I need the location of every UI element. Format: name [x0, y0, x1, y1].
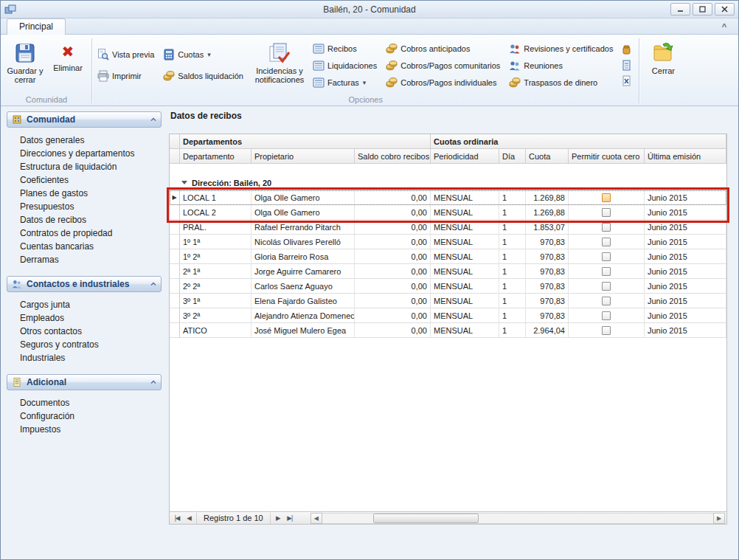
cell-permitir-cuota-cero: [569, 308, 645, 323]
cuotas-button[interactable]: Cuotas ▾: [160, 47, 246, 62]
misc-tool-button-2[interactable]: [619, 59, 634, 72]
column-header[interactable]: Día: [499, 149, 526, 164]
ribbon-group-cerrar: Cerrar: [642, 36, 684, 106]
permitir-cuota-cero-checkbox[interactable]: [602, 311, 611, 320]
sidebar-item[interactable]: Industriales: [7, 351, 162, 364]
column-header[interactable]: Cuota: [526, 149, 569, 164]
sidebar-item[interactable]: Contratos de propiedad: [7, 227, 162, 240]
cell-departamento: 3º 1ª: [180, 294, 251, 308]
permitir-cuota-cero-checkbox[interactable]: [602, 282, 611, 291]
table-row[interactable]: 2º 2ªCarlos Saenz Aguayo0,00MENSUAL1970,…: [170, 279, 726, 294]
sidebar-item[interactable]: Datos generales: [7, 134, 162, 147]
table-row[interactable]: PRAL.Rafael Ferrando Pitarch0,00MENSUAL1…: [170, 220, 726, 235]
table-row[interactable]: ATICOJosé Miguel Mulero Egea0,00MENSUAL1…: [170, 323, 726, 338]
window-title: Bailén, 20 - Comunidad: [1, 4, 738, 15]
band-cuotas-ordinaria[interactable]: Cuotas ordinaria: [431, 134, 726, 149]
cell-permitir-cuota-cero: [569, 279, 645, 294]
ribbon-separator: [91, 38, 92, 103]
table-row[interactable]: 3º 1ªElena Fajardo Galisteo0,00MENSUAL19…: [170, 294, 726, 308]
table-row[interactable]: 1º 1ªNicolás Olivares Perelló0,00MENSUAL…: [170, 235, 726, 249]
sidebar-item[interactable]: Impuestos: [7, 423, 162, 436]
cell-propietario: Olga Olle Gamero: [251, 190, 355, 205]
scrollbar-track[interactable]: [322, 513, 713, 524]
cobros-pagos-comunitarios-button[interactable]: Cobros/Pagos comunitarios: [383, 58, 503, 73]
reuniones-label: Reuniones: [524, 61, 563, 70]
cobros-pagos-individuales-button[interactable]: Cobros/Pagos individuales: [383, 75, 503, 90]
permitir-cuota-cero-checkbox[interactable]: [602, 267, 611, 276]
permitir-cuota-cero-checkbox[interactable]: [602, 326, 611, 335]
sidebar-item[interactable]: Planes de gastos: [7, 187, 162, 200]
nav-last-button[interactable]: ▶|: [284, 513, 296, 524]
table-row[interactable]: 1º 2ªGloria Barreiro Rosa0,00MENSUAL1970…: [170, 249, 726, 264]
sidebar-item[interactable]: Cuentas bancarias: [7, 240, 162, 253]
cell-saldo: 0,00: [355, 220, 431, 235]
liquidaciones-button[interactable]: Liquidaciones: [310, 58, 380, 73]
permitir-cuota-cero-checkbox[interactable]: [602, 193, 611, 202]
column-header[interactable]: Departamento: [180, 149, 251, 164]
sidebar-header-contactos[interactable]: Contactos e industriales: [7, 276, 162, 292]
close-folder-icon: [652, 42, 674, 64]
sidebar-item[interactable]: Empleados: [7, 311, 162, 325]
sidebar-item[interactable]: Derramas: [7, 253, 162, 266]
revisiones-button[interactable]: Revisiones y certificados: [506, 41, 616, 56]
facturas-button[interactable]: Facturas ▾: [310, 75, 380, 90]
recibos-button[interactable]: Recibos: [310, 41, 380, 56]
sidebar-header-comunidad[interactable]: Comunidad: [7, 111, 162, 128]
scrollbar-thumb[interactable]: [373, 514, 479, 523]
scroll-right-button[interactable]: ▶: [713, 513, 725, 524]
nav-first-button[interactable]: |◀: [171, 513, 183, 524]
table-row[interactable]: ▶LOCAL 1Olga Olle Gamero0,00MENSUAL11.26…: [170, 190, 726, 205]
group-expand-icon[interactable]: [181, 181, 187, 184]
vista-previa-button[interactable]: Vista previa: [94, 47, 157, 62]
sidebar-item[interactable]: Datos de recibos: [7, 213, 162, 227]
nav-next-button[interactable]: ▶: [272, 513, 284, 524]
traspasos-button[interactable]: Traspasos de dinero: [506, 75, 616, 90]
sidebar-item[interactable]: Coeficientes: [7, 173, 162, 187]
permitir-cuota-cero-checkbox[interactable]: [602, 252, 611, 261]
maximize-button[interactable]: [693, 3, 712, 15]
sidebar-item[interactable]: Direcciones y departamentos: [7, 147, 162, 160]
cobros-anticipados-button[interactable]: Cobros anticipados: [383, 41, 503, 56]
group-row[interactable]: Dirección: Bailén, 20: [170, 176, 726, 190]
horizontal-scrollbar[interactable]: ◀ ▶: [310, 513, 725, 524]
misc-tool-button-1[interactable]: [619, 44, 634, 57]
sidebar-item[interactable]: Presupuestos: [7, 200, 162, 213]
band-departamentos[interactable]: Departamentos: [180, 134, 431, 149]
cell-periodicidad: MENSUAL: [431, 190, 499, 205]
cerrar-button[interactable]: Cerrar: [642, 39, 684, 92]
eliminar-button[interactable]: ✖ Eliminar: [46, 39, 89, 92]
permitir-cuota-cero-checkbox[interactable]: [602, 238, 611, 246]
incidencias-button[interactable]: Incidencias y notificaciones: [249, 39, 310, 92]
permitir-cuota-cero-checkbox[interactable]: [602, 297, 611, 305]
sidebar-item[interactable]: Cargos junta: [7, 298, 162, 311]
column-header[interactable]: Saldo cobro recibos: [355, 149, 431, 164]
close-button[interactable]: [715, 3, 735, 15]
guardar-y-cerrar-button[interactable]: Guardar y cerrar: [4, 39, 46, 92]
sidebar-header-adicional[interactable]: Adicional: [7, 374, 162, 390]
scroll-left-button[interactable]: ◀: [310, 513, 322, 524]
sidebar-item[interactable]: Configuración: [7, 409, 162, 423]
column-header[interactable]: Periodicidad: [431, 149, 499, 164]
row-indicator: [170, 220, 180, 235]
permitir-cuota-cero-checkbox[interactable]: [602, 208, 611, 217]
imprimir-button[interactable]: Imprimir: [94, 69, 157, 83]
maximize-icon: [699, 6, 706, 13]
table-row[interactable]: 2ª 1ªJorge Aguirre Camarero0,00MENSUAL19…: [170, 264, 726, 279]
table-row[interactable]: LOCAL 2Olga Olle Gamero0,00MENSUAL11.269…: [170, 205, 726, 220]
sidebar-item[interactable]: Estructura de liquidación: [7, 160, 162, 173]
column-header[interactable]: Permitir cuota cero: [569, 149, 645, 164]
ribbon-collapse-button[interactable]: ^: [716, 21, 732, 32]
misc-tool-button-3[interactable]: [619, 75, 634, 88]
tab-principal[interactable]: Principal: [7, 18, 66, 35]
sidebar-item[interactable]: Documentos: [7, 396, 162, 409]
table-row[interactable]: 3º 2ªAlejandro Atienza Domenech0,00MENSU…: [170, 308, 726, 323]
sidebar-item[interactable]: Otros contactos: [7, 325, 162, 338]
nav-prev-button[interactable]: ◀: [183, 513, 195, 524]
reuniones-button[interactable]: Reuniones: [506, 58, 616, 73]
column-header[interactable]: Propietario: [251, 149, 355, 164]
saldos-liquidacion-button[interactable]: Saldos liquidación: [160, 69, 246, 83]
minimize-button[interactable]: [670, 3, 690, 15]
column-header[interactable]: Última emisión: [645, 149, 726, 164]
permitir-cuota-cero-checkbox[interactable]: [602, 223, 611, 232]
sidebar-item[interactable]: Seguros y contratos: [7, 338, 162, 351]
